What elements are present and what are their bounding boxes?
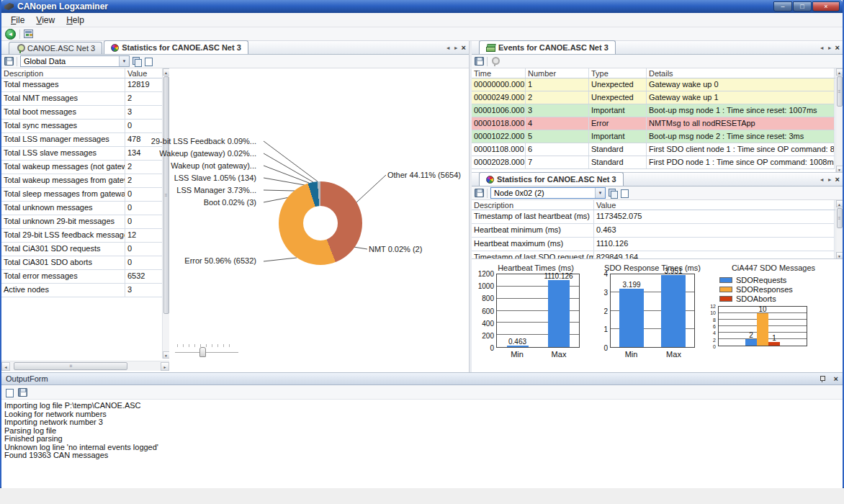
- table-row[interactable]: Total LSS slave messages134: [1, 147, 169, 161]
- cell-time[interactable]: 00001108.000: [472, 143, 526, 156]
- table-row[interactable]: Timestamp of last heartbeat (ms)1173452.…: [472, 210, 835, 224]
- tab-close-icon[interactable]: ×: [835, 43, 840, 52]
- cell-type[interactable]: Error: [589, 117, 647, 130]
- cell-description[interactable]: Timestamp of last SDO request (ms): [472, 251, 594, 258]
- cell-description[interactable]: Active nodes: [1, 284, 125, 297]
- table-row[interactable]: Total NMT messages2: [1, 92, 169, 106]
- global-table-hscrollbar[interactable]: ◄ ►: [1, 361, 169, 371]
- scroll-up-icon[interactable]: ▲: [836, 68, 843, 76]
- cell-description[interactable]: Total wakeup messages (not gateway): [1, 161, 125, 174]
- cell-description[interactable]: Heartbeat maximum (ms): [472, 238, 594, 251]
- cell-details[interactable]: Boot-up msg node 1 : Time since reset: 1…: [647, 104, 835, 117]
- cell-time[interactable]: 00002028.000: [472, 156, 526, 168]
- cell-details[interactable]: First PDO node 1 : Time since OP command…: [647, 156, 835, 168]
- tab-prev-icon[interactable]: ◄: [820, 45, 825, 50]
- cell-type[interactable]: Important: [589, 130, 647, 143]
- cell-value[interactable]: 0.463: [594, 224, 835, 237]
- event-row[interactable]: 00000000.0001UnexpectedGateway wake up 0: [472, 78, 835, 91]
- scroll-left-icon[interactable]: ◄: [1, 362, 10, 371]
- table-row[interactable]: Total unknown messages0: [1, 202, 169, 215]
- cell-details[interactable]: NMTMsg to all nodRESETApp: [647, 117, 835, 130]
- scroll-down-icon[interactable]: ▼: [163, 351, 170, 359]
- copy-plain-icon[interactable]: [144, 57, 153, 66]
- search-icon[interactable]: [490, 57, 499, 66]
- cell-type[interactable]: Important: [589, 104, 647, 117]
- cell-time[interactable]: 00001022.000: [472, 130, 526, 143]
- menu-view[interactable]: View: [31, 14, 60, 27]
- table-row[interactable]: Total error messages6532: [1, 270, 169, 284]
- cell-type[interactable]: Unexpected: [589, 78, 647, 91]
- cell-number[interactable]: 2: [526, 91, 589, 104]
- event-row[interactable]: 00001022.0005ImportantBoot-up msg node 2…: [472, 130, 835, 143]
- back-button[interactable]: ◄: [5, 29, 16, 40]
- scroll-up-icon[interactable]: ▲: [163, 68, 170, 76]
- cell-type[interactable]: Standard: [589, 143, 647, 156]
- scroll-down-icon[interactable]: ▼: [836, 166, 843, 172]
- cell-description[interactable]: Total LSS slave messages: [1, 147, 125, 160]
- scroll-down-icon[interactable]: ▼: [836, 252, 843, 258]
- cell-description[interactable]: Total LSS manager messages: [1, 133, 125, 146]
- table-row[interactable]: Heartbeat minimum (ms)0.463: [472, 224, 835, 238]
- scroll-right-icon[interactable]: ►: [161, 362, 169, 371]
- event-row[interactable]: 00001018.0004ErrorNMTMsg to all nodRESET…: [472, 117, 835, 130]
- slider-thumb[interactable]: [199, 347, 206, 357]
- table-row[interactable]: Total LSS manager messages478: [1, 133, 169, 147]
- menu-file[interactable]: File: [6, 14, 30, 27]
- cell-details[interactable]: Boot-up msg node 2 : Time since reset: 3…: [647, 130, 835, 143]
- global-table-vscrollbar[interactable]: ▲ ▼: [162, 68, 169, 359]
- cell-number[interactable]: 7: [526, 156, 589, 168]
- event-row[interactable]: 00002028.0007StandardFirst PDO node 1 : …: [472, 156, 835, 169]
- tab-statistics[interactable]: Statistics for CANOE.ASC Net 3: [104, 40, 248, 54]
- column-header-details[interactable]: Details: [647, 68, 835, 78]
- cell-description[interactable]: Total error messages: [1, 270, 125, 283]
- save-icon[interactable]: [18, 388, 27, 397]
- copy-icon[interactable]: [133, 57, 141, 66]
- cell-description[interactable]: Total messages: [1, 78, 125, 91]
- scrollbar-thumb[interactable]: [14, 362, 127, 370]
- cell-description[interactable]: Total boot messages: [1, 106, 125, 119]
- cell-number[interactable]: 1: [526, 78, 589, 91]
- scrollbar-thumb[interactable]: [837, 208, 843, 228]
- pin-icon[interactable]: [820, 376, 825, 382]
- tab-next-icon[interactable]: ►: [827, 177, 832, 182]
- tab-close-icon[interactable]: ×: [835, 175, 840, 184]
- cell-time[interactable]: 00001018.000: [472, 117, 526, 130]
- table-row[interactable]: Total wakeup messages from gateway2: [1, 174, 169, 188]
- table-row[interactable]: Heartbeat maximum (ms)1110.126: [472, 238, 835, 251]
- table-row[interactable]: Total messages12819: [1, 78, 169, 92]
- cell-type[interactable]: Standard: [589, 156, 647, 168]
- event-row[interactable]: 00001006.0003ImportantBoot-up msg node 1…: [472, 104, 835, 117]
- scrollbar-thumb[interactable]: [163, 76, 169, 314]
- import-log-icon[interactable]: [24, 30, 33, 38]
- menu-help[interactable]: Help: [61, 14, 89, 27]
- chevron-down-icon[interactable]: ▼: [595, 188, 605, 198]
- cell-value[interactable]: 1173452.075: [594, 210, 835, 223]
- cell-number[interactable]: 6: [526, 143, 589, 156]
- copy-icon[interactable]: [5, 388, 14, 397]
- node-select[interactable]: Node 0x02 (2) ▼: [490, 187, 606, 199]
- cell-number[interactable]: 3: [526, 104, 589, 117]
- cell-description[interactable]: Total CiA301 SDO requests: [1, 243, 125, 256]
- table-row[interactable]: Total sync messages0: [1, 120, 169, 133]
- scrollbar-thumb[interactable]: [837, 76, 843, 107]
- cell-value[interactable]: 829849.164: [594, 251, 835, 258]
- cell-description[interactable]: Total sync messages: [1, 120, 125, 132]
- tab-events[interactable]: Events for CANOE.ASC Net 3: [479, 40, 616, 54]
- table-row[interactable]: Total 29-bit LSS feedback messages12: [1, 229, 169, 243]
- copy-plain-icon[interactable]: [620, 189, 629, 197]
- event-row[interactable]: 00001108.0006StandardFirst SDO client no…: [472, 143, 835, 156]
- output-close-icon[interactable]: ×: [834, 374, 838, 383]
- tab-close-icon[interactable]: ×: [462, 43, 466, 52]
- column-header-type[interactable]: Type: [589, 68, 647, 78]
- cell-value[interactable]: 1110.126: [594, 238, 835, 251]
- cell-description[interactable]: Total CiA301 SDO aborts: [1, 256, 125, 269]
- cell-description[interactable]: Total wakeup messages from gateway: [1, 174, 125, 187]
- close-button[interactable]: ×: [812, 1, 840, 12]
- cell-type[interactable]: Unexpected: [589, 91, 647, 104]
- minimize-button[interactable]: –: [773, 1, 792, 12]
- chevron-down-icon[interactable]: ▼: [119, 56, 129, 66]
- column-header-number[interactable]: Number: [526, 68, 589, 78]
- table-row[interactable]: Total wakeup messages (not gateway)2: [1, 161, 169, 174]
- slider-track[interactable]: [175, 352, 238, 353]
- cell-details[interactable]: Gateway wake up 0: [647, 78, 835, 91]
